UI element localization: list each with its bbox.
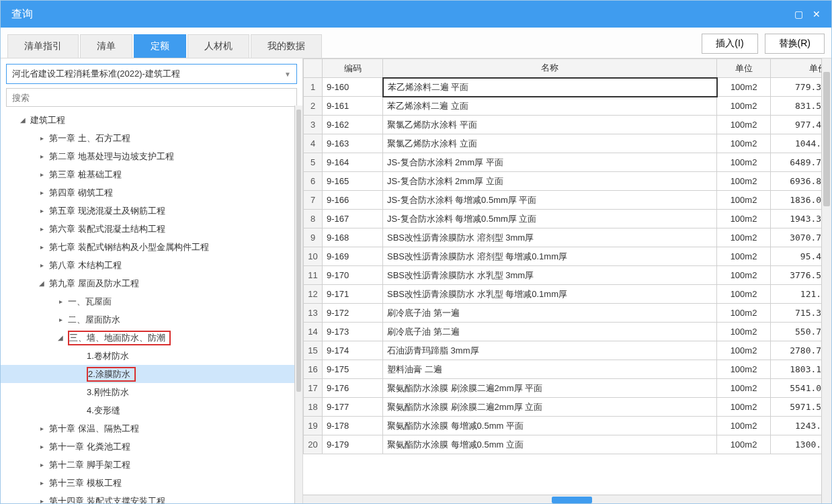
expand-icon[interactable]: ▸ bbox=[37, 461, 46, 468]
name-cell[interactable]: 聚氨酯防水涂膜 刷涂膜二遍2mm厚 平面 bbox=[383, 379, 717, 398]
tree-item[interactable]: ▸第七章 装配式钢结构及小型金属构件工程 bbox=[1, 238, 302, 256]
expand-icon[interactable]: ▸ bbox=[37, 425, 46, 432]
code-cell[interactable]: 9-174 bbox=[323, 341, 383, 360]
grid-vscrollbar[interactable] bbox=[821, 58, 831, 504]
unit-cell[interactable]: 100m2 bbox=[717, 247, 771, 266]
tab-1[interactable]: 清单 bbox=[80, 34, 132, 58]
name-cell[interactable]: JS-复合防水涂料 每增减0.5mm厚 立面 bbox=[383, 210, 717, 228]
name-cell[interactable]: JS-复合防水涂料 每增减0.5mm厚 平面 bbox=[383, 191, 717, 210]
code-cell[interactable]: 9-179 bbox=[323, 435, 383, 454]
name-cell[interactable]: JS-复合防水涂料 2mm厚 立面 bbox=[383, 172, 717, 191]
unit-cell[interactable]: 100m2 bbox=[717, 304, 771, 323]
close-icon[interactable]: ✕ bbox=[813, 9, 821, 19]
table-row[interactable]: 69-165JS-复合防水涂料 2mm厚 立面100m26936.85 bbox=[304, 172, 831, 191]
unit-cell[interactable]: 100m2 bbox=[717, 266, 771, 285]
table-row[interactable]: 49-163聚氯乙烯防水涂料 立面100m21044.5 bbox=[304, 134, 831, 153]
expand-icon[interactable]: ▸ bbox=[37, 261, 46, 269]
tab-2[interactable]: 定额 bbox=[134, 34, 186, 58]
code-cell[interactable]: 9-163 bbox=[323, 134, 383, 153]
tree-item[interactable]: ▸3.刚性防水 bbox=[1, 383, 302, 401]
code-cell[interactable]: 9-171 bbox=[323, 285, 383, 304]
table-row[interactable]: 129-171SBS改性沥青涂膜防水 水乳型 每增减0.1mm厚100m2121… bbox=[304, 285, 831, 304]
code-cell[interactable]: 9-165 bbox=[323, 172, 383, 191]
tree-item[interactable]: ▸4.变形缝 bbox=[1, 401, 302, 419]
expand-icon[interactable]: ▸ bbox=[37, 443, 46, 450]
tree-item[interactable]: ▸第三章 桩基础工程 bbox=[1, 165, 302, 183]
code-cell[interactable]: 9-164 bbox=[323, 153, 383, 172]
code-cell[interactable]: 9-161 bbox=[323, 97, 383, 116]
name-cell[interactable]: 苯乙烯涂料二遍 平面 bbox=[383, 78, 717, 97]
unit-cell[interactable]: 100m2 bbox=[717, 360, 771, 379]
table-row[interactable]: 39-162聚氯乙烯防水涂料 平面100m2977.47 bbox=[304, 116, 831, 134]
table-row[interactable]: 149-173刷冷底子油 第二遍100m2550.74 bbox=[304, 323, 831, 341]
name-cell[interactable]: JS-复合防水涂料 2mm厚 平面 bbox=[383, 153, 717, 172]
expand-icon[interactable]: ▸ bbox=[37, 207, 46, 214]
code-cell[interactable]: 9-168 bbox=[323, 228, 383, 247]
collapse-icon[interactable]: ◢ bbox=[56, 334, 65, 341]
name-cell[interactable]: 聚氨酯防水涂膜 每增减0.5mm 立面 bbox=[383, 435, 717, 454]
code-cell[interactable]: 9-166 bbox=[323, 191, 383, 210]
tree-item[interactable]: ▸第十二章 脚手架工程 bbox=[1, 456, 302, 474]
name-cell[interactable]: SBS改性沥青涂膜防水 溶剂型 3mm厚 bbox=[383, 228, 717, 247]
table-row[interactable]: 29-161苯乙烯涂料二遍 立面100m2831.53 bbox=[304, 97, 831, 116]
expand-icon[interactable]: ▸ bbox=[37, 153, 46, 160]
table-row[interactable]: 119-170SBS改性沥青涂膜防水 水乳型 3mm厚100m23776.56 bbox=[304, 266, 831, 285]
table-row[interactable]: 99-168SBS改性沥青涂膜防水 溶剂型 3mm厚100m23070.71 bbox=[304, 228, 831, 247]
vscroll-thumb[interactable] bbox=[823, 72, 830, 206]
table-row[interactable]: 59-164JS-复合防水涂料 2mm厚 平面100m26489.78 bbox=[304, 153, 831, 172]
table-row[interactable]: 189-177聚氨酯防水涂膜 刷涂膜二遍2mm厚 立面100m25971.55 bbox=[304, 398, 831, 417]
code-cell[interactable]: 9-176 bbox=[323, 379, 383, 398]
table-row[interactable]: 139-172刷冷底子油 第一遍100m2715.32 bbox=[304, 304, 831, 323]
table-row[interactable]: 199-178聚氨酯防水涂膜 每增减0.5mm 平面100m21243.7 bbox=[304, 417, 831, 435]
code-cell[interactable]: 9-162 bbox=[323, 116, 383, 134]
table-row[interactable]: 179-176聚氨酯防水涂膜 刷涂膜二遍2mm厚 平面100m25541.02 bbox=[304, 379, 831, 398]
collapse-icon[interactable]: ◢ bbox=[37, 280, 46, 287]
expand-icon[interactable]: ▸ bbox=[37, 243, 46, 251]
unit-cell[interactable]: 100m2 bbox=[717, 417, 771, 435]
name-cell[interactable]: SBS改性沥青涂膜防水 溶剂型 每增减0.1mm厚 bbox=[383, 247, 717, 266]
left-scrollbar[interactable] bbox=[294, 106, 302, 504]
unit-cell[interactable]: 100m2 bbox=[717, 228, 771, 247]
code-cell[interactable]: 9-169 bbox=[323, 247, 383, 266]
name-cell[interactable]: 苯乙烯涂料二遍 立面 bbox=[383, 97, 717, 116]
table-row[interactable]: 109-169SBS改性沥青涂膜防水 溶剂型 每增减0.1mm厚100m295.… bbox=[304, 247, 831, 266]
search-input[interactable] bbox=[6, 88, 297, 107]
name-cell[interactable]: 聚氨酯防水涂膜 刷涂膜二遍2mm厚 立面 bbox=[383, 398, 717, 417]
code-cell[interactable]: 9-172 bbox=[323, 304, 383, 323]
unit-cell[interactable]: 100m2 bbox=[717, 153, 771, 172]
expand-icon[interactable]: ▸ bbox=[37, 134, 46, 142]
expand-icon[interactable]: ▸ bbox=[56, 316, 65, 323]
tree-item[interactable]: ▸第一章 土、石方工程 bbox=[1, 129, 302, 147]
name-cell[interactable]: 塑料油膏 二遍 bbox=[383, 360, 717, 379]
expand-icon[interactable]: ▸ bbox=[37, 171, 46, 178]
standard-dropdown[interactable]: 河北省建设工程消耗量标准(2022)-建筑工程 ▼ bbox=[6, 64, 297, 84]
table-row[interactable]: 89-167JS-复合防水涂料 每增减0.5mm厚 立面100m21943.37 bbox=[304, 210, 831, 228]
unit-cell[interactable]: 100m2 bbox=[717, 398, 771, 417]
tree-item[interactable]: ▸第十四章 装配式支撑安装工程 bbox=[1, 492, 302, 504]
tree-item[interactable]: ◢建筑工程 bbox=[1, 111, 302, 129]
unit-cell[interactable]: 100m2 bbox=[717, 379, 771, 398]
unit-cell[interactable]: 100m2 bbox=[717, 323, 771, 341]
tree-item[interactable]: ▸第六章 装配式混凝土结构工程 bbox=[1, 220, 302, 238]
replace-button[interactable]: 替换(R) bbox=[765, 34, 825, 54]
tree-item[interactable]: ▸第五章 现浇混凝土及钢筋工程 bbox=[1, 202, 302, 220]
tree-item[interactable]: ◢第九章 屋面及防水工程 bbox=[1, 274, 302, 292]
unit-cell[interactable]: 100m2 bbox=[717, 341, 771, 360]
tree-item[interactable]: ◢三、墙、地面防水、防潮 bbox=[1, 329, 302, 347]
code-cell[interactable]: 9-170 bbox=[323, 266, 383, 285]
collapse-icon[interactable]: ◢ bbox=[18, 116, 28, 124]
name-cell[interactable]: 刷冷底子油 第一遍 bbox=[383, 304, 717, 323]
grid-hscrollbar[interactable] bbox=[303, 495, 821, 504]
name-cell[interactable]: 刷冷底子油 第二遍 bbox=[383, 323, 717, 341]
code-cell[interactable]: 9-160 bbox=[323, 78, 383, 97]
header-unit[interactable]: 单位 bbox=[717, 59, 771, 78]
name-cell[interactable]: 聚氯乙烯防水涂料 平面 bbox=[383, 116, 717, 134]
tree-item[interactable]: ▸第八章 木结构工程 bbox=[1, 256, 302, 274]
unit-cell[interactable]: 100m2 bbox=[717, 78, 771, 97]
code-cell[interactable]: 9-178 bbox=[323, 417, 383, 435]
code-cell[interactable]: 9-175 bbox=[323, 360, 383, 379]
hscroll-thumb[interactable] bbox=[552, 497, 592, 503]
table-row[interactable]: 19-160苯乙烯涂料二遍 平面100m2779.35 bbox=[304, 78, 831, 97]
insert-button[interactable]: 插入(I) bbox=[702, 34, 757, 54]
table-row[interactable]: 209-179聚氨酯防水涂膜 每增减0.5mm 立面100m21300.4 bbox=[304, 435, 831, 454]
